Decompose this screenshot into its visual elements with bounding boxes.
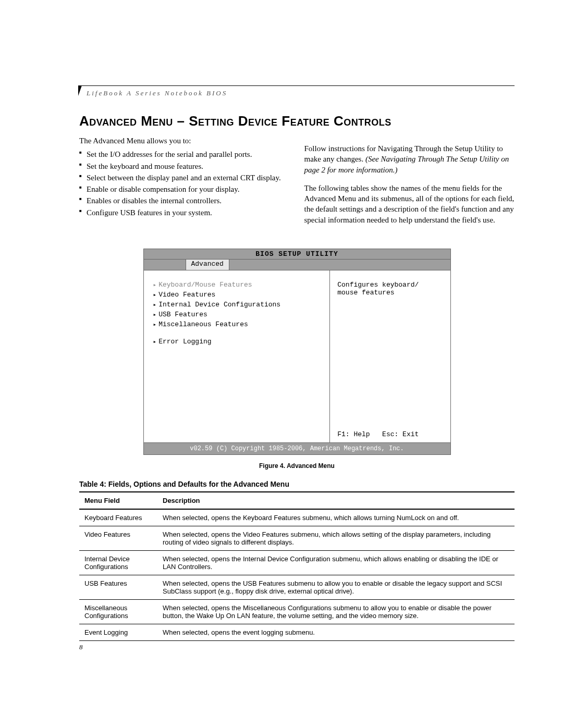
bios-body: Keyboard/Mouse Features Video Features I… [144,270,450,442]
running-head: LifeBook A Series Notebook BIOS [87,89,515,97]
menu-item-internal-device[interactable]: Internal Device Configurations [153,301,324,309]
corner-triangle-icon [78,85,85,96]
list-item: Enables or disables the internal control… [79,195,290,206]
tab-spacer [144,260,186,270]
cell-field: Keyboard Features [79,509,157,526]
bios-menu-panel: Keyboard/Mouse Features Video Features I… [144,270,330,442]
menu-item-keyboard-mouse[interactable]: Keyboard/Mouse Features [153,281,324,289]
page-title: Advanced Menu – Setting Device Feature C… [79,113,515,129]
bios-screenshot: BIOS SETUP UTILITY Advanced Keyboard/Mou… [143,249,451,455]
feature-list: Set the I/O addresses for the serial and… [79,149,290,218]
menu-item-usb[interactable]: USB Features [153,311,324,318]
tab-advanced[interactable]: Advanced [186,259,229,270]
table-row: Miscellaneous Configurations When select… [79,599,515,624]
document-page: LifeBook A Series Notebook BIOS Advanced… [0,0,563,728]
bios-help-panel: Configures keyboard/ mouse features F1: … [329,270,450,442]
th-description: Description [157,492,515,509]
cell-desc: When selected, opens the event logging s… [157,624,515,640]
menu-item-error-logging[interactable]: Error Logging [153,338,324,346]
list-item: Set the I/O addresses for the serial and… [79,149,290,159]
table-caption: Table 4: Fields, Options and Defaults fo… [79,480,515,488]
cell-field: USB Features [79,575,157,599]
cell-field: Miscellaneous Configurations [79,599,157,624]
page-number: 8 [79,643,515,651]
tables-description: The following tables show the names of t… [304,183,515,225]
menu-item-video[interactable]: Video Features [153,291,324,299]
bios-copyright: v02.59 (C) Copyright 1985-2006, American… [144,442,450,454]
bios-tab-bar: Advanced [144,260,450,270]
list-item: Set the keyboard and mouse features. [79,161,290,171]
cell-desc: When selected, opens the Internal Device… [157,550,515,575]
menu-item-misc[interactable]: Miscellaneous Features [153,320,324,328]
help-text: Configures keyboard/ mouse features [337,281,444,297]
intro-columns: The Advanced Menu allows you to: Set the… [79,135,515,233]
top-rule [79,85,515,86]
options-table: Menu Field Description Keyboard Features… [79,491,515,641]
table-row: USB Features When selected, opens the US… [79,575,515,599]
help-line: mouse features [337,289,444,297]
nav-instruction: Follow instructions for Navigating Throu… [304,143,515,175]
left-column: The Advanced Menu allows you to: Set the… [79,135,290,233]
cell-field: Internal Device Configurations [79,550,157,575]
page-content: LifeBook A Series Notebook BIOS Advanced… [79,85,515,651]
table-row: Keyboard Features When selected, opens t… [79,509,515,526]
cell-field: Video Features [79,526,157,550]
bios-title: BIOS SETUP UTILITY [144,249,450,260]
help-line: Configures keyboard/ [337,281,444,289]
list-item: Enable or disable compensation for your … [79,184,290,194]
cell-desc: When selected, opens the Miscellaneous C… [157,599,515,624]
table-row: Video Features When selected, opens the … [79,526,515,550]
figure-caption: Figure 4. Advanced Menu [79,462,515,470]
list-item: Select between the display panel and an … [79,172,290,183]
right-column: Follow instructions for Navigating Throu… [304,135,515,233]
cell-desc: When selected, opens the USB Features su… [157,575,515,599]
bios-key-hints: F1: Help Esc: Exit [337,430,444,438]
cell-desc: When selected, opens the Video Features … [157,526,515,550]
table-row: Internal Device Configurations When sele… [79,550,515,575]
cell-field: Event Logging [79,624,157,640]
cell-desc: When selected, opens the Keyboard Featur… [157,509,515,526]
intro-text: The Advanced Menu allows you to: [79,135,290,146]
bios-window: BIOS SETUP UTILITY Advanced Keyboard/Mou… [143,249,451,455]
table-row: Event Logging When selected, opens the e… [79,624,515,640]
th-menu-field: Menu Field [79,492,157,509]
list-item: Configure USB features in your system. [79,207,290,218]
